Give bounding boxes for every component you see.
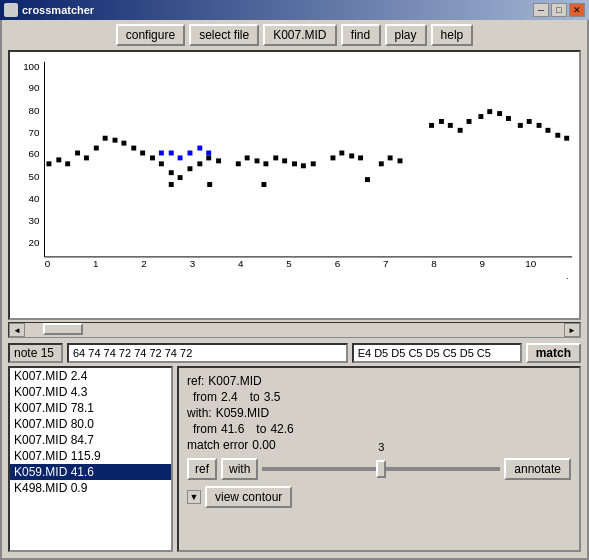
note-bar: note 15 64 74 74 72 74 72 74 72 E4 D5 D5… — [8, 342, 581, 364]
svg-rect-58 — [429, 123, 434, 128]
svg-rect-65 — [497, 111, 502, 116]
svg-rect-32 — [131, 146, 136, 151]
with-label: with: — [187, 406, 212, 420]
maximize-button[interactable]: □ — [551, 3, 567, 17]
from2-value: 41.6 — [221, 422, 244, 436]
svg-rect-31 — [121, 141, 126, 146]
file-list[interactable]: K007.MID 2.4K007.MID 4.3K007.MID 78.1K00… — [8, 366, 173, 552]
note-sequence: 64 74 74 72 74 72 74 72 — [67, 343, 348, 363]
svg-rect-66 — [506, 116, 511, 121]
list-item[interactable]: K007.MID 84.7 — [10, 432, 171, 448]
svg-rect-29 — [103, 136, 108, 141]
svg-rect-36 — [169, 170, 174, 175]
with-button[interactable]: with — [221, 458, 258, 480]
svg-text:50: 50 — [29, 171, 40, 182]
bottom-section: K007.MID 2.4K007.MID 4.3K007.MID 78.1K00… — [8, 366, 581, 552]
list-item[interactable]: K007.MID 115.9 — [10, 448, 171, 464]
svg-rect-51 — [330, 155, 335, 160]
help-button[interactable]: help — [431, 24, 474, 46]
svg-rect-38 — [188, 166, 193, 171]
scroll-track[interactable] — [25, 323, 564, 337]
scroll-left-arrow[interactable]: ◄ — [9, 323, 25, 337]
with-line: with: K059.MID — [187, 406, 571, 420]
window-controls: ─ □ ✕ — [533, 3, 585, 17]
svg-rect-42 — [236, 161, 241, 166]
svg-rect-35 — [159, 161, 164, 166]
svg-text:30: 30 — [29, 215, 40, 226]
list-item[interactable]: K059.MID 41.6 — [10, 464, 171, 480]
svg-rect-40 — [206, 155, 211, 160]
expand-icon[interactable]: ▼ — [187, 490, 201, 504]
chart-svg: 100 90 80 70 60 50 40 30 20 0 1 2 3 4 5 … — [10, 52, 579, 318]
svg-rect-28 — [94, 146, 99, 151]
list-item[interactable]: K007.MID 80.0 — [10, 416, 171, 432]
list-item[interactable]: K007.MID 4.3 — [10, 384, 171, 400]
svg-rect-47 — [282, 158, 287, 163]
ref-button[interactable]: ref — [187, 458, 217, 480]
svg-rect-44 — [255, 158, 260, 163]
from2-label: from — [187, 422, 217, 436]
from-to-line1: from 2.4 to 3.5 — [187, 390, 571, 404]
svg-rect-41 — [216, 158, 221, 163]
svg-text:40: 40 — [29, 193, 40, 204]
from-to-line2: from 41.6 to 42.6 — [187, 422, 571, 436]
svg-rect-46 — [273, 155, 278, 160]
svg-text:10: 10 — [525, 258, 536, 269]
svg-rect-43 — [245, 155, 250, 160]
from1-label: from — [187, 390, 217, 404]
svg-rect-37 — [178, 175, 183, 180]
svg-text:2: 2 — [141, 258, 146, 269]
error-label: match error — [187, 438, 248, 452]
ref-label: ref: — [187, 374, 204, 388]
svg-rect-49 — [301, 163, 306, 168]
scroll-thumb[interactable] — [43, 323, 83, 335]
play-button[interactable]: play — [385, 24, 427, 46]
minimize-button[interactable]: ─ — [533, 3, 549, 17]
svg-rect-74 — [169, 151, 174, 156]
svg-rect-25 — [65, 161, 70, 166]
svg-rect-81 — [261, 182, 266, 187]
list-item[interactable]: K498.MID 0.9 — [10, 480, 171, 496]
svg-rect-60 — [448, 123, 453, 128]
list-item[interactable]: K007.MID 2.4 — [10, 368, 171, 384]
svg-rect-62 — [467, 119, 472, 124]
svg-text:5: 5 — [286, 258, 292, 269]
view-contour-row: ▼ view contour — [187, 486, 571, 508]
svg-rect-71 — [555, 133, 560, 138]
svg-text:80: 80 — [29, 105, 40, 116]
info-panel: ref: K007.MID from 2.4 to 3.5 with: K059… — [177, 366, 581, 552]
toolbar: configure select file K007.MID find play… — [2, 20, 587, 50]
svg-rect-45 — [263, 161, 268, 166]
window-title: crossmatcher — [22, 4, 94, 16]
svg-rect-30 — [113, 138, 118, 143]
annotate-button[interactable]: annotate — [504, 458, 571, 480]
select-file-button[interactable]: select file — [189, 24, 259, 46]
slider-thumb[interactable] — [376, 460, 386, 478]
match-button[interactable]: match — [526, 343, 581, 363]
svg-rect-56 — [388, 155, 393, 160]
svg-rect-69 — [537, 123, 542, 128]
svg-text:9: 9 — [480, 258, 486, 269]
configure-button[interactable]: configure — [116, 24, 185, 46]
chart-scrollbar[interactable]: ◄ ► — [8, 322, 581, 338]
svg-rect-76 — [188, 151, 193, 156]
svg-rect-72 — [564, 136, 569, 141]
slider-track[interactable] — [262, 467, 500, 471]
scroll-right-arrow[interactable]: ► — [564, 323, 580, 337]
svg-rect-24 — [56, 157, 61, 162]
close-button[interactable]: ✕ — [569, 3, 585, 17]
to1-label: to — [250, 390, 260, 404]
error-value: 0.00 — [252, 438, 275, 452]
svg-rect-77 — [197, 146, 202, 151]
ref-line: ref: K007.MID — [187, 374, 571, 388]
to2-value: 42.6 — [270, 422, 293, 436]
slider-container[interactable]: 3 — [262, 459, 500, 479]
svg-rect-67 — [518, 123, 523, 128]
svg-rect-61 — [458, 128, 463, 133]
svg-rect-26 — [75, 151, 80, 156]
current-file-button[interactable]: K007.MID — [263, 24, 336, 46]
find-button[interactable]: find — [341, 24, 381, 46]
list-item[interactable]: K007.MID 78.1 — [10, 400, 171, 416]
view-contour-button[interactable]: view contour — [205, 486, 292, 508]
svg-rect-59 — [439, 119, 444, 124]
